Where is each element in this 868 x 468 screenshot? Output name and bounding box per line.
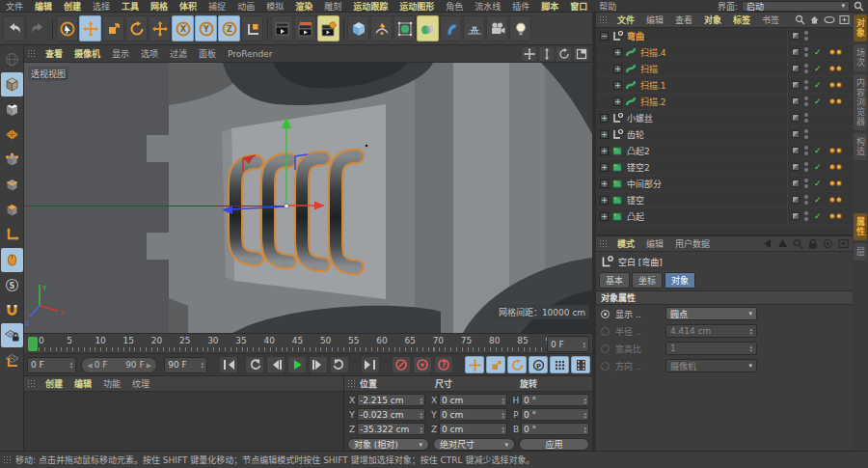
material-menu-texture[interactable]: 纹理 <box>126 377 155 390</box>
layer-toggle[interactable] <box>792 48 800 56</box>
tag-icon[interactable] <box>829 213 835 219</box>
tab-coordinates[interactable]: 坐标 <box>632 272 663 289</box>
side-tab-objects[interactable]: 对象 <box>854 14 867 41</box>
panel-grip-icon[interactable] <box>599 15 608 25</box>
edges-mode-icon[interactable] <box>1 173 23 197</box>
tag-icon[interactable] <box>829 197 835 203</box>
am-menu-mode[interactable]: 模式 <box>611 237 640 250</box>
menu-plugins[interactable]: 插件 <box>506 0 535 13</box>
range-right-arrow-icon[interactable]: ▶ <box>145 362 152 370</box>
keyframe-radio-icon[interactable] <box>601 310 610 318</box>
expand-icon[interactable]: + <box>600 114 609 123</box>
panel-grip-icon[interactable] <box>27 379 36 389</box>
record-keyframe-icon[interactable] <box>392 356 411 373</box>
menu-volume[interactable]: 体积 <box>174 0 203 13</box>
current-frame-field[interactable]: 0 F ▴▾ <box>27 357 76 373</box>
om-menu-view[interactable]: 查看 <box>669 14 698 26</box>
menu-mesh[interactable]: 网格 <box>145 0 174 13</box>
snap-magnet-icon[interactable] <box>1 298 23 322</box>
menu-edit[interactable]: 编辑 <box>29 0 58 13</box>
layer-toggle[interactable] <box>792 147 800 154</box>
keyframe-radio-icon[interactable] <box>601 327 610 336</box>
keyframe-radio-icon[interactable] <box>601 344 610 353</box>
extrude-generator-icon[interactable] <box>417 15 439 41</box>
goto-start-icon[interactable] <box>219 356 238 373</box>
viewport-menu-view[interactable]: 查看 <box>40 47 68 60</box>
tab-object[interactable]: 对象 <box>665 272 695 289</box>
object-name[interactable]: 扫描.4 <box>640 46 666 59</box>
object-name[interactable]: 镂空 <box>627 194 644 206</box>
texture-mode-icon[interactable] <box>1 97 23 122</box>
visibility-dots[interactable] <box>804 96 808 106</box>
record-options-icon[interactable]: ? <box>434 356 453 373</box>
key-point-level-icon[interactable] <box>550 356 569 373</box>
visibility-dots[interactable] <box>804 80 808 90</box>
floor-object-icon[interactable] <box>463 15 485 41</box>
tag-icon[interactable] <box>836 180 842 186</box>
enabled-check-icon[interactable]: ✓ <box>814 64 824 73</box>
om-menu-tags[interactable]: 标签 <box>727 14 756 26</box>
object-tags[interactable] <box>829 164 843 170</box>
menu-select[interactable]: 选择 <box>87 0 116 13</box>
lock-x-axis-icon[interactable]: X <box>172 15 194 41</box>
object-name[interactable]: 扫描.2 <box>640 96 666 108</box>
play-icon[interactable] <box>287 356 307 373</box>
size-y-field[interactable]: 0 cm▴▾ <box>439 408 507 421</box>
keyframe-radio-icon[interactable] <box>601 362 610 371</box>
visibility-dots[interactable] <box>804 31 808 41</box>
spinner-icon[interactable]: ▴▾ <box>749 327 752 335</box>
tab-basic[interactable]: 基本 <box>599 272 630 289</box>
next-frame-icon[interactable] <box>309 356 328 373</box>
goto-end-icon[interactable] <box>361 356 380 373</box>
object-name[interactable]: 凸起 <box>627 210 644 223</box>
enabled-check-icon[interactable]: ✓ <box>814 179 824 188</box>
side-tab-takes[interactable]: 场次 <box>854 44 867 71</box>
spinner-icon[interactable]: ▴▾ <box>420 411 422 419</box>
spinner-icon[interactable]: ▴▾ <box>70 361 73 369</box>
object-properties-section[interactable]: 对象属性 <box>596 290 853 305</box>
expand-icon[interactable]: + <box>613 81 622 90</box>
key-scale-icon[interactable] <box>486 356 505 373</box>
layer-toggle[interactable] <box>792 163 800 171</box>
menu-pipeline[interactable]: 流水线 <box>469 0 506 13</box>
layer-toggle[interactable] <box>792 212 800 220</box>
material-menu-create[interactable]: 创建 <box>40 377 68 390</box>
points-mode-icon[interactable] <box>1 148 23 172</box>
rotation-h-field[interactable]: 0 °▴▾ <box>521 394 589 406</box>
position-x-field[interactable]: -2.215 cm▴▾ <box>357 394 425 406</box>
add-primitive-cube-icon[interactable] <box>347 15 369 41</box>
camera-object-icon[interactable] <box>486 15 508 41</box>
view-label[interactable]: 透视视图 <box>28 67 68 81</box>
size-z-field[interactable]: 0 cm▴▾ <box>439 423 507 435</box>
object-name[interactable]: 弯曲 <box>627 30 644 42</box>
rotation-p-field[interactable]: 0 °▴▾ <box>521 408 589 421</box>
render-view-icon[interactable] <box>271 15 293 41</box>
size-x-field[interactable]: 0 cm▴▾ <box>439 394 507 406</box>
expand-icon[interactable]: + <box>613 97 622 106</box>
filter-oval-icon[interactable] <box>824 14 835 25</box>
spinner-icon[interactable]: ▴▾ <box>502 411 504 419</box>
visibility-dots[interactable] <box>804 195 808 205</box>
rotation-b-field[interactable]: 0 °▴▾ <box>521 423 589 435</box>
om-menu-bookmarks[interactable]: 书签 <box>756 14 785 26</box>
tree-row-hollow[interactable]: + 镂空 ✓ <box>596 192 853 208</box>
last-used-tool-icon[interactable] <box>149 15 171 41</box>
expand-icon[interactable]: + <box>600 130 609 139</box>
live-selection-icon[interactable] <box>56 15 78 41</box>
material-menu-function[interactable]: 功能 <box>97 377 126 390</box>
expand-icon[interactable]: + <box>613 65 622 73</box>
add-box-icon[interactable] <box>838 238 849 249</box>
om-menu-edit[interactable]: 编辑 <box>640 14 669 26</box>
menu-sculpt[interactable]: 雕刻 <box>318 0 347 13</box>
bend-deformer-icon[interactable] <box>440 15 462 41</box>
menu-character[interactable]: 角色 <box>440 0 469 13</box>
spinner-icon[interactable]: ▴▾ <box>502 397 504 404</box>
lock-icon[interactable] <box>808 238 818 249</box>
enabled-check-icon[interactable]: ✓ <box>814 211 824 221</box>
layer-toggle[interactable] <box>792 65 800 72</box>
expand-icon[interactable]: + <box>613 48 622 57</box>
object-tags[interactable] <box>829 98 843 104</box>
tag-icon[interactable] <box>836 66 842 71</box>
tag-icon[interactable] <box>836 49 842 55</box>
planar-workplane-icon[interactable] <box>1 348 23 372</box>
